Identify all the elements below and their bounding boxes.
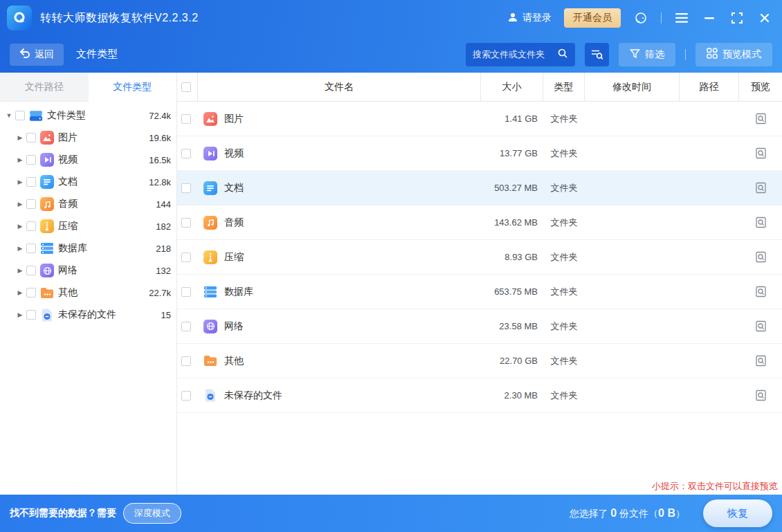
tree-checkbox[interactable] [26,266,36,275]
preview-button[interactable] [752,283,770,301]
chevron-right-icon[interactable]: ▶ [15,267,25,274]
row-checkbox[interactable] [181,149,191,158]
col-filename[interactable]: 文件名 [198,73,481,101]
close-button[interactable] [757,10,772,26]
row-checkbox[interactable] [181,114,191,124]
minimize-button[interactable] [702,10,717,26]
sidebar-tree-item[interactable]: ▼文件类型72.4k [0,104,176,127]
tree-item-count: 144 [156,199,171,210]
tree-checkbox[interactable] [26,155,36,165]
sidebar-tree-item[interactable]: ▶图片19.6k [0,127,176,149]
preview-mode-button[interactable]: 预览模式 [695,43,772,66]
sidebar-tree-item[interactable]: ▶数据库218 [0,237,176,259]
sidebar-tree-item[interactable]: ▶音频144 [0,193,176,215]
tree-checkbox[interactable] [26,199,36,209]
row-checkbox[interactable] [181,287,191,297]
preview-button[interactable] [752,318,770,336]
table-row[interactable]: 音频143.62 MB文件夹 [177,205,782,240]
selected-size: 0 B [658,507,675,519]
deep-mode-button[interactable]: 深度模式 [123,503,181,524]
search-input[interactable] [473,49,557,59]
chevron-right-icon[interactable]: ▶ [15,289,25,296]
col-path[interactable]: 路径 [680,73,739,101]
sidebar-tree-item[interactable]: ▶视频16.5k [0,149,176,171]
maximize-button[interactable] [729,10,745,26]
filter-button[interactable]: 筛选 [619,43,675,66]
preview-button[interactable] [752,352,770,370]
tab-file-path[interactable]: 文件路径 [0,73,89,102]
table-row[interactable]: 图片1.41 GB文件夹 [177,102,782,136]
row-checkbox[interactable] [181,356,191,366]
tree-item-count: 182 [156,221,171,232]
network-icon [40,264,54,277]
row-checkbox[interactable] [181,253,191,262]
tree-item-label: 压缩 [58,220,78,232]
col-type[interactable]: 类型 [543,73,585,101]
toolbar-divider [685,49,686,60]
sidebar-tree-item[interactable]: ▶网络132 [0,259,176,282]
sidebar-tree-item[interactable]: ▶文档12.8k [0,171,176,193]
table-header: 文件名 大小 类型 修改时间 路径 预览 [177,73,782,102]
tab-file-type[interactable]: 文件类型 [89,73,177,102]
chevron-right-icon[interactable]: ▶ [15,245,25,252]
preview-button[interactable] [752,110,770,128]
chevron-right-icon[interactable]: ▶ [15,311,25,318]
select-all-checkbox[interactable] [181,82,191,92]
file-name: 视频 [224,147,244,160]
row-checkbox[interactable] [181,218,191,228]
toolbar: 返回 文件类型 [0,36,782,73]
table-row[interactable]: 视频13.77 GB文件夹 [177,136,782,171]
preview-button[interactable] [752,387,770,405]
sidebar-tree-item[interactable]: ▶未保存的文件15 [0,304,176,326]
chevron-right-icon[interactable]: ▶ [15,156,25,163]
tree-checkbox[interactable] [26,177,36,187]
chevron-right-icon[interactable]: ▶ [15,178,25,185]
back-arrow-icon [19,48,30,60]
tree-checkbox[interactable] [15,111,25,120]
row-checkbox[interactable] [181,183,191,193]
back-button[interactable]: 返回 [10,44,64,66]
chevron-right-icon[interactable]: ▶ [15,134,25,141]
search-icon[interactable] [557,48,568,61]
file-type: 文件夹 [543,286,585,298]
other-icon [40,286,54,300]
sidebar-tree-item[interactable]: ▶压缩182 [0,215,176,237]
login-button[interactable]: 请登录 [507,12,552,25]
table-row[interactable]: 数据库653.75 MB文件夹 [177,275,782,309]
col-preview[interactable]: 预览 [739,73,782,101]
table-row[interactable]: 网络23.58 MB文件夹 [177,309,782,344]
preview-button[interactable] [752,214,770,232]
customer-service-icon[interactable] [633,10,648,26]
vip-button[interactable]: 开通会员 [564,8,621,28]
chevron-right-icon[interactable]: ▶ [15,223,25,230]
preview-button[interactable] [752,248,770,266]
preview-button[interactable] [752,179,770,197]
other-icon [203,354,217,368]
sidebar-tree-item[interactable]: ▶其他22.7k [0,282,176,304]
tree-checkbox[interactable] [26,244,36,253]
file-type: 文件夹 [543,320,585,333]
video-icon [40,153,54,167]
chevron-down-icon[interactable]: ▼ [4,112,14,119]
row-checkbox[interactable] [181,322,191,331]
zip-icon [203,250,217,264]
table-row[interactable]: 压缩8.93 GB文件夹 [177,240,782,275]
col-modified[interactable]: 修改时间 [585,73,680,101]
tree-checkbox[interactable] [26,221,36,231]
chevron-right-icon[interactable]: ▶ [15,201,25,208]
user-icon [507,12,518,25]
drive-icon [29,109,43,122]
table-row[interactable]: 其他22.70 GB文件夹 [177,344,782,378]
table-row[interactable]: 未保存的文件2.30 MB文件夹 [177,378,782,413]
preview-button[interactable] [752,145,770,163]
table-row[interactable]: 文档503.27 MB文件夹 [177,171,782,205]
file-name: 音频 [224,217,244,229]
menu-icon[interactable] [674,10,689,26]
tree-checkbox[interactable] [26,133,36,143]
row-checkbox[interactable] [181,391,191,401]
tree-checkbox[interactable] [26,288,36,297]
recover-button[interactable]: 恢复 [703,499,772,527]
col-size[interactable]: 大小 [481,73,543,101]
list-search-button[interactable] [585,43,609,66]
tree-checkbox[interactable] [26,310,36,320]
